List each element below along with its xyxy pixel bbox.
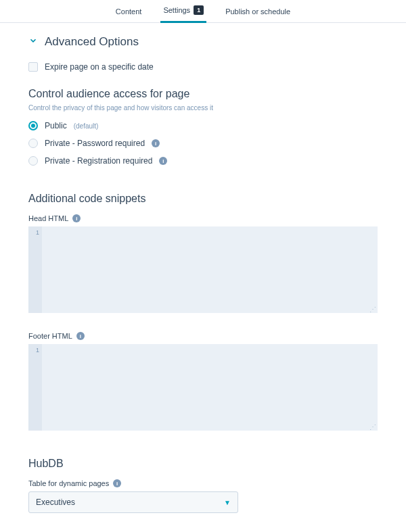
audience-registration-row: Private - Registration required i <box>28 156 378 166</box>
audience-password-row: Private - Password required i <box>28 139 378 148</box>
tab-settings-label: Settings <box>163 6 190 14</box>
audience-title: Control audience access for page <box>28 88 378 100</box>
registration-label: Private - Registration required <box>45 156 152 166</box>
info-icon[interactable]: i <box>76 332 85 340</box>
info-icon[interactable]: i <box>72 214 81 222</box>
info-icon[interactable]: i <box>159 157 167 165</box>
tab-settings[interactable]: Settings 1 <box>160 0 206 23</box>
radio-registration[interactable] <box>28 156 38 166</box>
expire-checkbox[interactable] <box>28 62 38 72</box>
hubdb-table-label-row: Table for dynamic pages i <box>28 479 378 487</box>
footer-html-label-row: Footer HTML i <box>28 332 378 340</box>
tabs-bar: Content Settings 1 Publish or schedule <box>0 0 406 23</box>
public-label: Public <box>45 121 67 130</box>
gutter: 1 <box>28 344 42 431</box>
tab-content[interactable]: Content <box>113 0 145 23</box>
tab-publish[interactable]: Publish or schedule <box>223 0 293 23</box>
hubdb-table-label: Table for dynamic pages <box>28 479 109 487</box>
radio-password[interactable] <box>28 139 38 148</box>
audience-public-row: Public (default) <box>28 121 378 130</box>
hubdb-selected-value: Executives <box>36 498 75 507</box>
password-label: Private - Password required <box>45 139 145 148</box>
head-html-label: Head HTML <box>28 214 68 222</box>
radio-public[interactable] <box>28 121 38 130</box>
default-label: (default) <box>74 122 99 130</box>
footer-html-label: Footer HTML <box>28 332 72 340</box>
expire-row: Expire page on a specific date <box>28 62 378 72</box>
head-html-editor: 1 ⋰ <box>28 226 378 313</box>
hubdb-title: HubDB <box>28 458 378 470</box>
footer-html-textarea[interactable] <box>42 344 378 431</box>
gutter: 1 <box>28 226 42 313</box>
snippets-title: Additional code snippets <box>28 193 378 205</box>
info-icon[interactable]: i <box>113 479 121 487</box>
audience-subtitle: Control the privacy of this page and how… <box>28 104 378 112</box>
caret-down-icon: ▼ <box>224 499 231 506</box>
expire-label: Expire page on a specific date <box>45 62 154 72</box>
head-html-label-row: Head HTML i <box>28 214 378 222</box>
settings-badge: 1 <box>194 5 204 15</box>
footer-html-editor: 1 ⋰ <box>28 344 378 431</box>
hubdb-table-select[interactable]: Executives ▼ <box>28 491 238 513</box>
info-icon[interactable]: i <box>152 139 160 147</box>
advanced-options-toggle[interactable]: Advanced Options <box>28 35 378 49</box>
head-html-textarea[interactable] <box>42 226 378 313</box>
chevron-down-icon <box>28 36 38 48</box>
advanced-options-title: Advanced Options <box>45 35 139 49</box>
